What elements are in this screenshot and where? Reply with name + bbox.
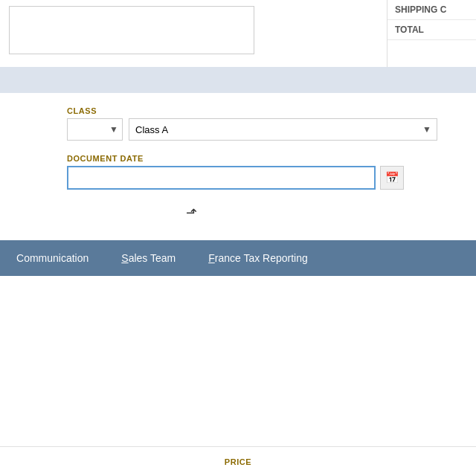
- nav-item-communication[interactable]: Communication: [0, 240, 105, 276]
- calendar-icon: 📅: [385, 171, 399, 184]
- separator-bar: [0, 67, 476, 93]
- right-panel: SHIPPING C TOTAL: [387, 0, 476, 67]
- nav-france-prefix: F: [208, 252, 215, 264]
- main-textarea[interactable]: [9, 6, 254, 54]
- nav-sales-text: Sales Team: [121, 252, 176, 264]
- nav-item-sales-team[interactable]: Sales Team: [105, 240, 192, 276]
- document-date-label: DOCUMENT DATE: [67, 154, 476, 163]
- cursor-area: ⬏: [67, 203, 476, 218]
- date-field-row: 📅: [67, 166, 476, 190]
- nav-communication-text: ommunication: [24, 252, 89, 264]
- form-section: CLASS ▼ Class A Class B Class C ▼ DOCUME…: [0, 93, 476, 240]
- price-label: PRICE: [225, 457, 251, 466]
- document-date-input[interactable]: [67, 166, 376, 190]
- class-select-row: ▼ Class A Class B Class C ▼: [67, 118, 476, 141]
- bottom-bar: PRICE: [0, 446, 476, 476]
- nav-bar: Communication Sales Team France Tax Repo…: [0, 240, 476, 276]
- small-select-wrapper[interactable]: ▼: [67, 118, 123, 141]
- class-field-group: CLASS ▼ Class A Class B Class C ▼: [67, 106, 476, 141]
- textarea-area: [0, 0, 387, 67]
- class-select-wrapper[interactable]: Class A Class B Class C ▼: [129, 118, 437, 141]
- nav-communication-prefix: C: [16, 252, 24, 264]
- small-select[interactable]: [67, 118, 123, 141]
- content-below: [0, 276, 476, 373]
- nav-france-text: rance Tax Reporting: [215, 252, 308, 264]
- total-label: TOTAL: [395, 25, 424, 35]
- nav-item-france-tax[interactable]: France Tax Reporting: [192, 240, 324, 276]
- class-label: CLASS: [67, 106, 476, 115]
- total-row: TOTAL: [387, 20, 476, 40]
- calendar-button[interactable]: 📅: [380, 166, 404, 190]
- shipping-row: SHIPPING C: [387, 0, 476, 20]
- document-date-field-group: DOCUMENT DATE 📅: [67, 154, 476, 190]
- top-section: SHIPPING C TOTAL: [0, 0, 476, 67]
- class-select[interactable]: Class A Class B Class C: [129, 118, 437, 141]
- shipping-label: SHIPPING C: [395, 4, 446, 15]
- cursor-icon: ⬏: [186, 205, 197, 221]
